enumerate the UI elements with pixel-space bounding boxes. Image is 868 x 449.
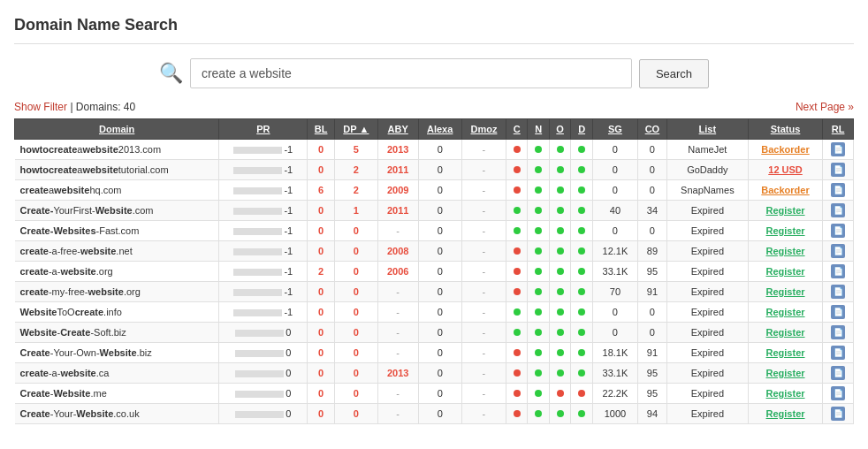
- report-icon[interactable]: 📄: [831, 142, 845, 156]
- report-icon[interactable]: 📄: [831, 203, 845, 217]
- status-cell[interactable]: Register: [748, 201, 822, 221]
- domain-link[interactable]: Create-Your-Own-Website.biz: [20, 347, 152, 358]
- co-value: 34: [647, 205, 658, 216]
- show-filter-link[interactable]: Show Filter: [14, 101, 67, 113]
- status-cell[interactable]: Register: [748, 343, 822, 363]
- status-cell[interactable]: Register: [748, 221, 822, 241]
- status-link[interactable]: Register: [766, 388, 805, 399]
- rl-cell[interactable]: 📄: [823, 282, 854, 302]
- col-status[interactable]: Status: [748, 119, 822, 140]
- report-icon[interactable]: 📄: [831, 244, 845, 258]
- col-sg[interactable]: SG: [592, 119, 637, 140]
- col-dmoz[interactable]: Dmoz: [461, 119, 506, 140]
- report-icon[interactable]: 📄: [831, 366, 845, 380]
- col-rl[interactable]: RL: [823, 119, 854, 140]
- search-icon: 🔍: [159, 62, 183, 85]
- status-link[interactable]: Register: [766, 205, 805, 216]
- rl-cell[interactable]: 📄: [823, 180, 854, 201]
- co-value: 89: [647, 246, 658, 256]
- domain-link[interactable]: create-a-website.org: [20, 266, 113, 277]
- status-link[interactable]: Register: [766, 286, 805, 297]
- domain-link[interactable]: Create-Websites-Fast.com: [20, 225, 140, 236]
- status-link[interactable]: Register: [766, 266, 805, 277]
- report-icon[interactable]: 📄: [831, 407, 845, 421]
- report-icon[interactable]: 📄: [831, 285, 845, 299]
- report-icon[interactable]: 📄: [831, 224, 845, 238]
- table-row: Create-Website.me000-0-22.2K95ExpiredReg…: [15, 384, 854, 404]
- report-icon[interactable]: 📄: [831, 163, 845, 177]
- rl-cell[interactable]: 📄: [823, 221, 854, 241]
- col-d[interactable]: D: [571, 119, 592, 140]
- status-cell[interactable]: 12 USD: [748, 160, 822, 180]
- status-cell[interactable]: Register: [748, 282, 822, 302]
- rl-cell[interactable]: 📄: [823, 404, 854, 424]
- rl-cell[interactable]: 📄: [823, 160, 854, 180]
- search-input[interactable]: [190, 58, 632, 88]
- domain-link[interactable]: howtocreateawebsite2013.com: [20, 144, 162, 155]
- col-n[interactable]: N: [528, 119, 549, 140]
- col-aby[interactable]: ABY: [377, 119, 418, 140]
- report-icon[interactable]: 📄: [831, 346, 845, 360]
- status-link[interactable]: Backorder: [761, 144, 809, 155]
- rl-cell[interactable]: 📄: [823, 201, 854, 221]
- rl-cell[interactable]: 📄: [823, 363, 854, 384]
- domain-link[interactable]: howtocreateawebsitetutorial.com: [20, 164, 169, 175]
- status-link[interactable]: Register: [766, 368, 805, 378]
- col-pr[interactable]: PR: [219, 119, 308, 140]
- aby-cell: 2013: [377, 140, 418, 160]
- bl-value: 0: [318, 286, 324, 297]
- status-link[interactable]: Register: [766, 347, 805, 358]
- status-link[interactable]: Register: [766, 408, 805, 419]
- rl-cell[interactable]: 📄: [823, 302, 854, 323]
- rl-cell[interactable]: 📄: [823, 343, 854, 363]
- domain-link[interactable]: Create-YourFirst-Website.com: [20, 205, 154, 216]
- col-list[interactable]: List: [666, 119, 748, 140]
- n-cell: [528, 363, 549, 384]
- domain-link[interactable]: Website-Create-Soft.biz: [20, 327, 126, 338]
- report-icon[interactable]: 📄: [831, 386, 845, 400]
- status-cell[interactable]: Register: [748, 241, 822, 262]
- status-link[interactable]: 12 USD: [768, 164, 803, 175]
- status-cell[interactable]: Register: [748, 262, 822, 282]
- domain-link[interactable]: WebsiteToOcreate.info: [20, 307, 122, 317]
- status-cell[interactable]: Register: [748, 404, 822, 424]
- rl-cell[interactable]: 📄: [823, 384, 854, 404]
- next-page-link[interactable]: Next Page »: [796, 101, 854, 113]
- col-co[interactable]: CO: [638, 119, 667, 140]
- col-o[interactable]: O: [549, 119, 570, 140]
- rl-cell[interactable]: 📄: [823, 262, 854, 282]
- report-icon[interactable]: 📄: [831, 305, 845, 319]
- domain-link[interactable]: create-my-free-website.org: [20, 286, 141, 297]
- status-link[interactable]: Register: [766, 307, 805, 317]
- status-cell[interactable]: Register: [748, 384, 822, 404]
- status-cell[interactable]: Backorder: [748, 180, 822, 201]
- alexa-cell: 0: [418, 343, 461, 363]
- report-icon[interactable]: 📄: [831, 325, 845, 339]
- col-alexa[interactable]: Alexa: [418, 119, 461, 140]
- o-dot: [557, 146, 564, 153]
- search-button[interactable]: Search: [639, 59, 709, 88]
- status-cell[interactable]: Backorder: [748, 140, 822, 160]
- domain-link[interactable]: create-a-free-website.net: [20, 246, 133, 256]
- col-dp[interactable]: DP ▲: [334, 119, 377, 140]
- col-bl[interactable]: BL: [308, 119, 334, 140]
- status-cell[interactable]: Register: [748, 323, 822, 343]
- status-link[interactable]: Register: [766, 246, 805, 256]
- status-link[interactable]: Backorder: [761, 185, 809, 195]
- col-c[interactable]: C: [506, 119, 528, 140]
- domain-link[interactable]: Create-Website.me: [20, 388, 107, 399]
- domain-link[interactable]: create-a-website.ca: [20, 368, 110, 378]
- rl-cell[interactable]: 📄: [823, 241, 854, 262]
- col-domain[interactable]: Domain: [15, 119, 219, 140]
- domain-link[interactable]: createawebsitehq.com: [20, 185, 122, 195]
- status-link[interactable]: Register: [766, 225, 805, 236]
- status-cell[interactable]: Register: [748, 302, 822, 323]
- status-cell[interactable]: Register: [748, 363, 822, 384]
- report-icon[interactable]: 📄: [831, 264, 845, 278]
- rl-cell[interactable]: 📄: [823, 140, 854, 160]
- o-cell: [549, 160, 570, 180]
- report-icon[interactable]: 📄: [831, 183, 845, 197]
- rl-cell[interactable]: 📄: [823, 323, 854, 343]
- domain-link[interactable]: Create-Your-Website.co.uk: [20, 408, 140, 419]
- status-link[interactable]: Register: [766, 327, 805, 338]
